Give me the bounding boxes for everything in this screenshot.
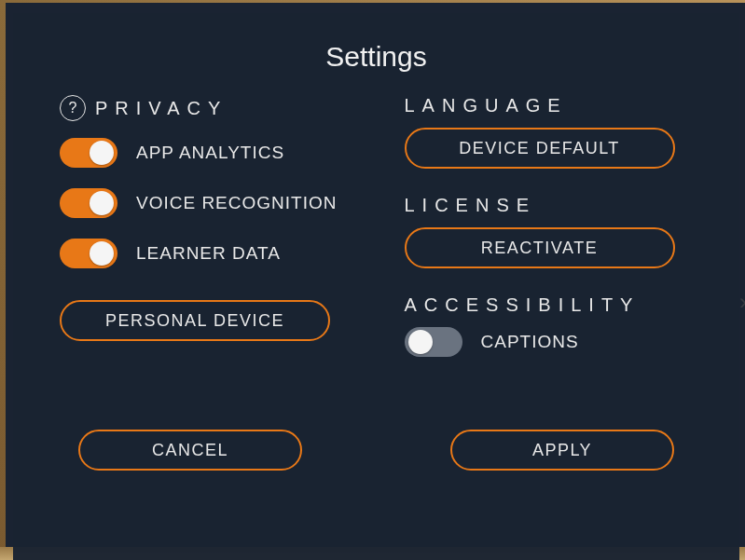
learner-data-row: LEARNER DATA: [60, 239, 349, 268]
reactivate-button[interactable]: REACTIVATE: [405, 227, 675, 268]
voice-recognition-label: VOICE RECOGNITION: [136, 193, 337, 214]
language-header: LANGUAGE: [405, 95, 694, 116]
privacy-header: ? PRIVACY: [60, 95, 349, 121]
learner-data-label: LEARNER DATA: [136, 243, 281, 265]
settings-columns: ? PRIVACY APP ANALYTICS VOICE RECOGNITIO…: [60, 95, 693, 383]
app-analytics-label: APP ANALYTICS: [136, 143, 284, 164]
language-section: LANGUAGE DEVICE DEFAULT: [405, 95, 694, 169]
accessibility-section: ACCESSIBILITY CAPTIONS: [405, 294, 694, 357]
license-heading: LICENSE: [405, 195, 537, 216]
personal-device-button[interactable]: PERSONAL DEVICE: [60, 300, 330, 341]
settings-modal: Settings ? PRIVACY APP ANALYTICS: [13, 13, 739, 560]
language-heading: LANGUAGE: [405, 95, 568, 116]
right-column: LANGUAGE DEVICE DEFAULT LICENSE REACTIVA…: [405, 95, 694, 383]
device-default-button[interactable]: DEVICE DEFAULT: [405, 128, 675, 169]
captions-label: CAPTIONS: [481, 332, 579, 353]
page-title: Settings: [60, 41, 693, 73]
modal-footer: CANCEL APPLY: [60, 430, 693, 471]
toggle-knob: [90, 191, 114, 215]
accessibility-header: ACCESSIBILITY: [405, 294, 694, 316]
decorative-border-left: [0, 0, 6, 560]
left-column: ? PRIVACY APP ANALYTICS VOICE RECOGNITIO…: [60, 95, 349, 383]
toggle-knob: [90, 141, 114, 165]
apply-button[interactable]: APPLY: [450, 430, 674, 471]
chevron-right-icon: ›: [739, 289, 745, 315]
voice-recognition-toggle[interactable]: [60, 188, 117, 218]
app-analytics-toggle[interactable]: [60, 138, 117, 168]
cancel-button[interactable]: CANCEL: [78, 430, 302, 471]
app-analytics-row: APP ANALYTICS: [60, 138, 349, 168]
toggle-knob: [90, 241, 114, 266]
modal-backdrop: Settings ? PRIVACY APP ANALYTICS: [0, 0, 745, 560]
toggle-knob: [408, 330, 433, 354]
license-header: LICENSE: [405, 195, 694, 216]
decorative-border-top: [0, 0, 745, 3]
learner-data-toggle[interactable]: [60, 239, 117, 268]
accessibility-heading: ACCESSIBILITY: [405, 294, 641, 316]
voice-recognition-row: VOICE RECOGNITION: [60, 188, 349, 218]
license-section: LICENSE REACTIVATE: [405, 195, 694, 268]
help-icon[interactable]: ?: [60, 95, 86, 121]
captions-row: CAPTIONS: [405, 327, 694, 357]
privacy-heading: PRIVACY: [95, 98, 228, 119]
captions-toggle[interactable]: [405, 327, 462, 357]
